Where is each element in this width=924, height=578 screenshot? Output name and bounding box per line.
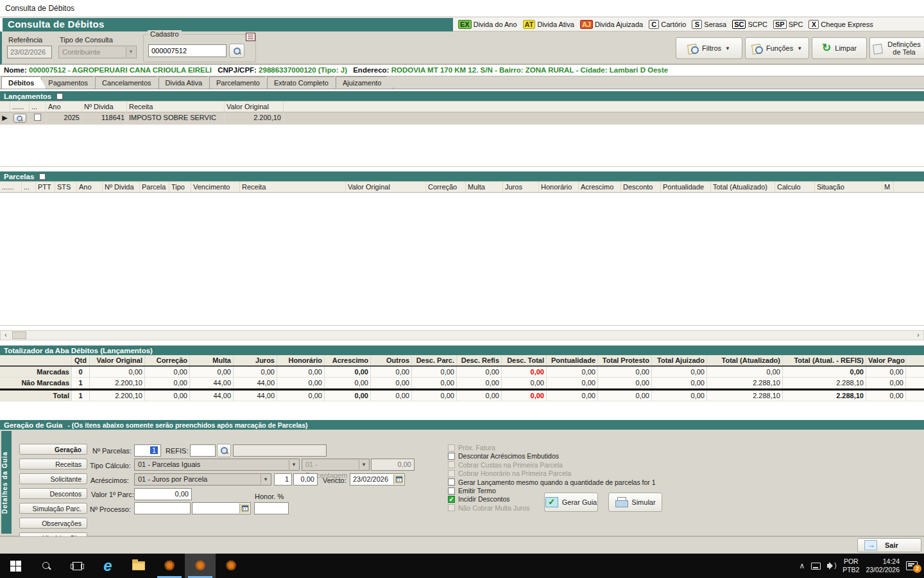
checkbox-prox-fatura[interactable]: Próx. Fatura: [448, 444, 495, 451]
value-cell: 2.200,10: [90, 378, 145, 388]
row-checkbox[interactable]: [34, 114, 41, 121]
start-button[interactable]: [0, 554, 31, 578]
checkbox-box[interactable]: ✓: [448, 496, 455, 503]
side-button-descontos[interactable]: Descontos: [19, 488, 87, 499]
acrescimos-amount-field[interactable]: 0,00: [293, 473, 318, 486]
tipo-calculo-select[interactable]: 01 - Parcelas Iguais ▾: [134, 459, 300, 471]
checkbox-emitir-termo[interactable]: Emitir Termo: [448, 487, 496, 495]
tab-extrato-completo[interactable]: Extrato Completo: [267, 76, 341, 89]
column-header-honorario: Honorário: [277, 355, 325, 365]
checkbox-box[interactable]: [448, 478, 455, 486]
funcoes-button[interactable]: Funções ▼: [745, 37, 809, 59]
chevron-down-icon: ▾: [126, 47, 135, 57]
processo-input[interactable]: [134, 502, 191, 514]
scroll-left-arrow[interactable]: ‹: [1, 331, 11, 340]
valor-parc-field[interactable]: 0,00: [134, 488, 192, 500]
checkbox-incidir-descontos[interactable]: ✓Incidir Descontos: [448, 495, 510, 503]
tab-ajuizamento[interactable]: Ajuizamento: [336, 76, 394, 89]
acrescimos-label: Acréscimos:: [90, 477, 129, 484]
refis-input[interactable]: [190, 444, 216, 457]
side-button-receitas[interactable]: Receitas: [19, 459, 87, 469]
notification-center-icon[interactable]: 2: [906, 561, 918, 570]
tab-cancelamentos[interactable]: Cancelamentos: [95, 76, 163, 89]
definicoes-tela-button[interactable]: Definiçõesde Tela: [869, 37, 924, 59]
file-explorer-button[interactable]: [123, 554, 154, 578]
app-window-button-3[interactable]: ✺: [216, 554, 246, 578]
app-window-button-2[interactable]: ✺: [185, 554, 216, 578]
taskbar-search-button[interactable]: [31, 554, 62, 578]
porcentagem-select[interactable]: 01 - Porcentagem ▾: [302, 459, 370, 471]
tab-debitos[interactable]: Débitos: [1, 76, 46, 89]
tipo-consulta-select[interactable]: Contribuinte ▾: [58, 46, 137, 58]
side-button-observacoes[interactable]: Observações: [19, 518, 87, 529]
legend-label: Divida do Ano: [474, 21, 517, 28]
simular-button[interactable]: Simular: [608, 493, 662, 512]
tab-pagamentos[interactable]: Pagamentos: [41, 76, 100, 89]
list-icon[interactable]: [246, 33, 255, 41]
column-header-total-atualizado: Total (Atualizado): [707, 355, 783, 365]
checkbox-box[interactable]: [448, 487, 455, 495]
checkbox-box[interactable]: [448, 504, 455, 511]
checkbox-descontar-acrescimos-embutidos[interactable]: Descontar Acréscimos Embutidos: [448, 452, 559, 460]
refis-search-button[interactable]: [217, 444, 231, 457]
acrescimos-n-field[interactable]: 1: [274, 473, 292, 486]
lancamentos-column-headers: .........AnoNº DividaReceitaValor Origin…: [0, 101, 924, 112]
num-parcelas-field[interactable]: 1: [134, 444, 161, 457]
processo-date-field[interactable]: [192, 502, 251, 514]
checkbox-cobrar-custas-na-primeira-parcela[interactable]: Cobrar Custas na Primeira Parcela: [448, 461, 563, 469]
parcelas-select-all-checkbox[interactable]: [39, 173, 46, 180]
checkbox-cobrar-honorario-na-primeira-parcela[interactable]: Cobrar Honorário na Primeira Parcela: [448, 469, 571, 477]
language-indicator[interactable]: PORPTB2: [843, 557, 859, 574]
tab-parcelamento[interactable]: Parcelamento: [209, 76, 272, 89]
speaker-icon[interactable]: ): [827, 562, 836, 570]
parcelas-column-headers: .........PTTSTSAnoNº DividaParcelaTipoVe…: [0, 181, 924, 193]
porcentagem-amount-field[interactable]: 0,00: [371, 459, 415, 471]
honor-input[interactable]: [254, 502, 289, 514]
filtros-button[interactable]: Filtros ▼: [676, 37, 742, 59]
checkbox-box[interactable]: [448, 444, 455, 451]
value-cell: 0,00: [277, 390, 325, 401]
scrollbar-thumb[interactable]: [12, 331, 26, 339]
lancamentos-header-bar: Lançamentos: [0, 91, 924, 101]
row-search-button[interactable]: [13, 114, 26, 123]
geracao-header-bar: Geração de Guia - (Os itens abaixo somen…: [0, 420, 924, 430]
tab-divida-ativa[interactable]: Divida Ativa: [158, 76, 214, 89]
sair-button[interactable]: Sair: [857, 538, 921, 552]
internet-explorer-button[interactable]: e: [92, 554, 123, 578]
legend-label: Cheque Express: [821, 21, 873, 28]
side-button-simulacao-parc[interactable]: Simulação Parc.: [19, 503, 87, 514]
scroll-right-arrow[interactable]: ›: [913, 331, 923, 340]
checkbox-box[interactable]: [448, 461, 455, 468]
cadastro-search-button[interactable]: [229, 44, 244, 58]
checkbox-gerar-lancamento-mesmo-quando-a-quantidade-de-parcelas-for-1[interactable]: Gerar Lançamento mesmo quando a quantida…: [448, 478, 656, 486]
tipo-calculo-label: Tipo Cálculo:: [90, 462, 131, 469]
calendar-button[interactable]: [239, 504, 250, 513]
valor-parc-label: Valor 1º Parc:: [91, 491, 134, 498]
cadastro-input[interactable]: [148, 44, 227, 57]
checkbox-box[interactable]: [448, 453, 455, 460]
side-button-solicitante[interactable]: Solicitante: [19, 473, 87, 484]
lancamentos-select-all-checkbox[interactable]: [56, 93, 63, 100]
calendar-icon: [396, 477, 402, 482]
tray-expand-icon[interactable]: ∧: [799, 561, 805, 570]
divida-do-ano-badge-icon: EX: [458, 20, 472, 29]
acrescimos-select[interactable]: 01 - Juros por Parcela ▾: [134, 473, 271, 486]
table-row[interactable]: ▶2025118641IMPOSTO SOBRE SERVIC2.200,10: [0, 112, 924, 125]
checkbox-label: Próx. Fatura: [458, 444, 495, 451]
referencia-field[interactable]: 23/02/2026: [7, 46, 52, 58]
task-view-button[interactable]: [62, 554, 92, 578]
column-header-ptt: PTT: [36, 182, 55, 192]
horizontal-scrollbar[interactable]: ‹ ›: [0, 330, 924, 340]
calendar-button[interactable]: [393, 475, 404, 484]
limpar-button[interactable]: ↻ Limpar: [812, 37, 867, 59]
gerar-guia-button[interactable]: ✓ Gerar Guia: [544, 493, 598, 512]
exit-icon: [864, 540, 877, 550]
checkbox-nao-cobrar-multa-juros[interactable]: Não Cobrar Multa Juros: [448, 504, 529, 512]
network-icon[interactable]: [811, 563, 821, 570]
app-window-button-1[interactable]: ✺: [154, 554, 185, 578]
clock[interactable]: 14:2423/02/2026: [866, 557, 900, 574]
value-cell: 2.288,10: [783, 390, 866, 401]
side-button-geracao[interactable]: Geração: [19, 444, 87, 455]
checkbox-box[interactable]: [448, 470, 455, 477]
vencto-field[interactable]: 23/02/2026: [350, 473, 405, 486]
